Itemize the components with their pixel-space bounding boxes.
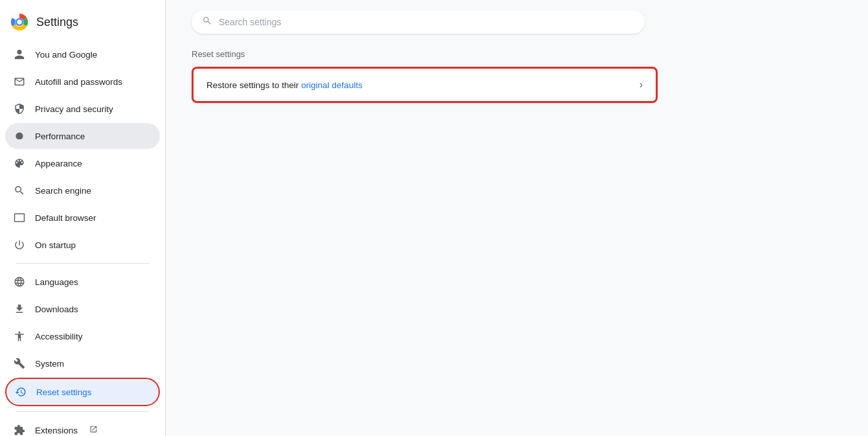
sidebar-item-label: Privacy and security (35, 104, 113, 114)
sidebar-item-label: Performance (35, 132, 85, 141)
svg-point-3 (17, 20, 22, 25)
search-icon (13, 184, 26, 197)
performance-icon (13, 130, 26, 143)
sidebar-item-performance[interactable]: Performance (5, 123, 160, 149)
sidebar-item-accessibility[interactable]: Accessibility (5, 323, 160, 349)
restore-text-link: original defaults (301, 80, 362, 90)
wrench-icon (13, 357, 26, 370)
restore-settings-item[interactable]: Restore settings to their original defau… (194, 69, 656, 101)
sidebar-item-label: Autofill and passwords (35, 77, 122, 87)
sidebar-item-you-and-google[interactable]: You and Google (5, 41, 160, 67)
external-link-icon (89, 425, 98, 435)
sidebar-nav: You and Google Autofill and passwords Pr… (0, 41, 165, 436)
sidebar-item-label: Extensions (35, 426, 78, 435)
sidebar-item-languages[interactable]: Languages (5, 269, 160, 295)
sidebar-item-label: On startup (35, 240, 76, 250)
sidebar-item-autofill[interactable]: Autofill and passwords (5, 69, 160, 95)
sidebar-item-label: Languages (35, 277, 78, 287)
app-header: Settings (0, 5, 165, 41)
person-icon (13, 48, 26, 61)
sidebar-item-system[interactable]: System (5, 350, 160, 376)
browser-icon (13, 211, 26, 224)
sidebar-item-label: Downloads (35, 304, 78, 314)
sidebar-item-label: Default browser (35, 213, 96, 223)
sidebar-divider (16, 263, 150, 264)
appearance-icon (13, 157, 26, 170)
reset-icon (14, 385, 27, 398)
sidebar-item-label: System (35, 359, 64, 369)
search-bar-container (166, 0, 868, 44)
sidebar-divider-2 (16, 411, 150, 412)
globe-icon (13, 275, 26, 288)
sidebar-item-extensions[interactable]: Extensions (5, 417, 160, 436)
sidebar-item-label: Reset settings (36, 387, 92, 397)
content-area: Reset settings Restore settings to their… (166, 44, 868, 129)
download-icon (13, 303, 26, 316)
main-content: Reset settings Restore settings to their… (166, 0, 868, 436)
sidebar-item-default-browser[interactable]: Default browser (5, 205, 160, 231)
chevron-right-icon: › (640, 79, 643, 91)
restore-settings-text: Restore settings to their original defau… (206, 80, 362, 90)
puzzle-icon (13, 424, 26, 436)
search-input[interactable] (219, 17, 634, 27)
autofill-icon (13, 75, 26, 88)
sidebar: Settings You and Google Autofill and pas… (0, 0, 166, 436)
sidebar-item-label: Search engine (35, 186, 91, 196)
sidebar-item-label: Appearance (35, 159, 82, 168)
reset-card: Restore settings to their original defau… (192, 67, 658, 103)
sidebar-item-label: You and Google (35, 50, 97, 60)
sidebar-item-search-engine[interactable]: Search engine (5, 178, 160, 203)
section-label: Reset settings (192, 49, 842, 59)
sidebar-item-downloads[interactable]: Downloads (5, 296, 160, 322)
search-bar-icon (202, 16, 212, 29)
restore-text-before: Restore settings to their (206, 80, 301, 90)
sidebar-item-on-startup[interactable]: On startup (5, 232, 160, 258)
search-bar (192, 10, 645, 34)
app-title: Settings (36, 16, 78, 29)
sidebar-item-appearance[interactable]: Appearance (5, 150, 160, 176)
sidebar-item-label: Accessibility (35, 332, 83, 341)
shield-icon (13, 102, 26, 115)
sidebar-item-reset-settings[interactable]: Reset settings (5, 378, 160, 406)
power-icon (13, 238, 26, 251)
sidebar-item-privacy[interactable]: Privacy and security (5, 96, 160, 122)
chrome-logo-icon (10, 13, 28, 31)
accessibility-icon (13, 330, 26, 343)
